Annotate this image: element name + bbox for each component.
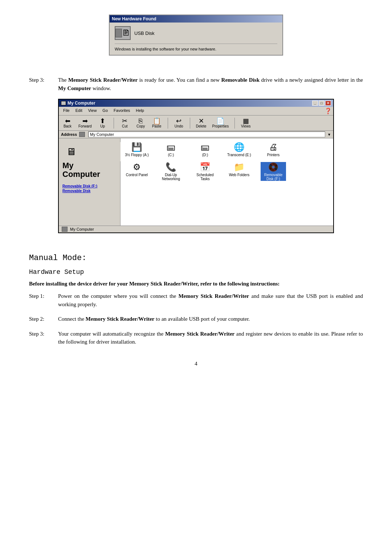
menu-help-icon[interactable]: ❓ bbox=[324, 108, 332, 114]
drive-c[interactable]: 🖴 (C:) bbox=[158, 142, 184, 157]
copy-icon: ⎘ bbox=[139, 118, 143, 124]
undo-icon: ↩ bbox=[176, 118, 181, 124]
bold-intro-para: Before installing the device driver for … bbox=[29, 281, 363, 287]
drive-floppy[interactable]: 3½ Floppy (A:) bbox=[124, 142, 150, 157]
my-computer-window: My Computer _ □ ✕ File Edit View Go Favo… bbox=[58, 99, 334, 233]
statusbar-icon bbox=[62, 227, 68, 232]
toolbar-sep2 bbox=[168, 118, 168, 129]
hw-step1-block: Step 1: Power on the computer where you … bbox=[29, 292, 363, 308]
step3-text: The Memory Stick Reader/Writer is ready … bbox=[58, 76, 363, 92]
removable-disk-icon: 💿 bbox=[268, 162, 279, 172]
hw-step1-text: Power on the computer where you will con… bbox=[58, 292, 363, 308]
floppy-icon bbox=[131, 142, 142, 152]
dialup-icon: 📞 bbox=[166, 162, 176, 172]
transcend-icon: 🌐 bbox=[234, 142, 245, 152]
toolbar-undo[interactable]: ↩ Undo bbox=[172, 117, 185, 129]
usb-disk-label: USB Disk bbox=[134, 31, 155, 36]
statusbar-text: My Computer bbox=[70, 227, 94, 231]
drive-d[interactable]: 🖴 (D:) bbox=[192, 142, 218, 157]
webfolders-icon: 📁 bbox=[234, 162, 245, 172]
drive-c-icon: 🖴 bbox=[167, 142, 175, 152]
cut-icon: ✂ bbox=[122, 118, 127, 124]
drive-d-icon: 🖴 bbox=[201, 142, 209, 152]
hardware-setup-heading: Hardware Setup bbox=[29, 268, 363, 276]
toolbar-delete[interactable]: ✕ Delete bbox=[195, 117, 208, 129]
usb-disk-icon: 🖹 bbox=[115, 26, 131, 40]
step3-block: Step 3: The Memory Stick Reader/Writer i… bbox=[29, 76, 363, 92]
toolbar-sep3 bbox=[190, 118, 190, 129]
window-body: 🖥 My Computer Removable Disk (F:) Remova… bbox=[59, 138, 333, 226]
back-icon: ⬅ bbox=[65, 118, 70, 124]
content-area: 3½ Floppy (A:) 🖴 (C:) 🖴 (D:) 🌐 Transcend… bbox=[121, 138, 333, 226]
removable-disk-left-label[interactable]: Removable Disk (F:) Removable Disk bbox=[62, 184, 117, 193]
toolbar-paste[interactable]: 📋 Paste bbox=[150, 117, 163, 129]
usb-row: 🖹 USB Disk bbox=[115, 26, 277, 40]
dialog-footer: Windows is installing the software for y… bbox=[115, 44, 277, 51]
window-icon bbox=[61, 101, 66, 105]
address-label: Address bbox=[61, 132, 77, 137]
scheduled-icon: 📅 bbox=[200, 162, 211, 172]
menu-view[interactable]: View bbox=[85, 108, 100, 114]
address-input[interactable]: My Computer bbox=[88, 131, 325, 137]
removable-disk-f[interactable]: 💿 Removable Disk (F:) bbox=[261, 162, 286, 181]
printers-icon: 🖨 bbox=[269, 142, 278, 152]
step3-label: Step 3: bbox=[29, 76, 54, 92]
page-number: 4 bbox=[29, 361, 363, 367]
hw-step2-block: Step 2: Connect the Memory Stick Reader/… bbox=[29, 315, 363, 323]
status-bar: My Computer bbox=[59, 226, 333, 232]
toolbar-up[interactable]: ⬆ Up bbox=[96, 117, 109, 129]
drive-printers[interactable]: 🖨 Printers bbox=[261, 142, 286, 157]
left-panel: 🖥 My Computer Removable Disk (F:) Remova… bbox=[59, 138, 121, 226]
forward-icon: ➡ bbox=[82, 118, 88, 124]
dialog-titlebar: New Hardware Found bbox=[110, 15, 282, 23]
drives-row-2: ⚙ Control Panel 📞 Dial-Up Networking 📅 S… bbox=[124, 162, 330, 181]
window-titlebar: My Computer _ □ ✕ bbox=[59, 100, 333, 107]
window-controls[interactable]: _ □ ✕ bbox=[312, 101, 331, 106]
toolbar-cut[interactable]: ✂ Cut bbox=[118, 117, 131, 129]
menu-favorites[interactable]: Favorites bbox=[111, 108, 133, 114]
toolbar-forward[interactable]: ➡ Forward bbox=[77, 117, 93, 129]
menu-file[interactable]: File bbox=[60, 108, 73, 114]
toolbar-views[interactable]: ▦ Views bbox=[239, 117, 252, 129]
hw-step1-label: Step 1: bbox=[29, 292, 54, 308]
drive-transcend[interactable]: 🌐 Transcend (E:) bbox=[226, 142, 252, 157]
hw-step3-text: Your computer will automatically recogni… bbox=[58, 330, 363, 346]
my-computer-label: My Computer bbox=[62, 161, 117, 179]
control-panel[interactable]: ⚙ Control Panel bbox=[124, 162, 150, 181]
toolbar-back[interactable]: ⬅ Back bbox=[61, 117, 74, 129]
minimize-button[interactable]: _ bbox=[312, 101, 318, 106]
hw-step2-label: Step 2: bbox=[29, 315, 54, 323]
menu-go[interactable]: Go bbox=[99, 108, 111, 114]
new-hardware-dialog: New Hardware Found 🖹 USB Disk Windows is… bbox=[109, 15, 283, 56]
manual-mode-heading: Manual Mode: bbox=[29, 254, 363, 263]
drives-row-1: 3½ Floppy (A:) 🖴 (C:) 🖴 (D:) 🌐 Transcend… bbox=[124, 142, 330, 157]
address-computer-icon bbox=[79, 132, 85, 137]
properties-icon: 📄 bbox=[216, 118, 224, 124]
delete-icon: ✕ bbox=[199, 118, 204, 124]
close-button[interactable]: ✕ bbox=[325, 101, 331, 106]
toolbar-sep4 bbox=[234, 118, 235, 129]
paste-icon: 📋 bbox=[153, 118, 161, 124]
views-icon: ▦ bbox=[243, 118, 249, 124]
menu-bar: File Edit View Go Favorites Help ❓ bbox=[59, 107, 333, 116]
window-title: My Computer bbox=[68, 101, 95, 106]
my-computer-big-icon: 🖥 bbox=[62, 142, 124, 161]
web-folders[interactable]: 📁 Web Folders bbox=[226, 162, 252, 181]
hw-step2-text: Connect the Memory Stick Reader/Writer t… bbox=[58, 315, 363, 323]
toolbar-properties[interactable]: 📄 Properties bbox=[211, 117, 230, 129]
address-bar: Address My Computer ▼ bbox=[59, 131, 333, 138]
control-panel-icon: ⚙ bbox=[133, 162, 141, 172]
maximize-button[interactable]: □ bbox=[319, 101, 324, 106]
up-icon: ⬆ bbox=[100, 118, 105, 124]
dialog-title: New Hardware Found bbox=[112, 16, 156, 21]
toolbar-copy[interactable]: ⎘ Copy bbox=[134, 117, 147, 129]
titlebar-left: My Computer bbox=[61, 101, 95, 106]
hw-step3-label: Step 3: bbox=[29, 330, 54, 346]
address-dropdown-icon[interactable]: ▼ bbox=[327, 133, 331, 137]
toolbar-sep1 bbox=[114, 118, 114, 129]
menu-edit[interactable]: Edit bbox=[73, 108, 85, 114]
scheduled-tasks[interactable]: 📅 Scheduled Tasks bbox=[192, 162, 218, 181]
hw-step3-block: Step 3: Your computer will automatically… bbox=[29, 330, 363, 346]
dialup-networking[interactable]: 📞 Dial-Up Networking bbox=[158, 162, 184, 181]
menu-help[interactable]: Help bbox=[133, 108, 147, 114]
